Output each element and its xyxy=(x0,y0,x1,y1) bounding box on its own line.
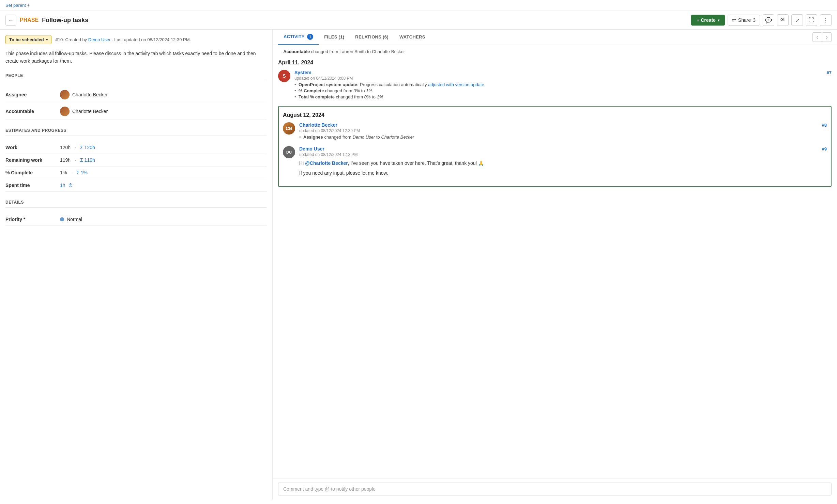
change-bold-1: OpenProject system update: xyxy=(299,82,359,87)
estimates-section-title: ESTIMATES AND PROGRESS xyxy=(5,128,267,133)
tab-watchers-label: WATCHERS xyxy=(399,34,425,40)
charlotte-author: Charlotte Becker xyxy=(299,122,337,128)
description: This phase includes all follow-up tasks.… xyxy=(5,50,267,65)
assignee-avatar xyxy=(60,90,70,99)
activity-item-demo: DU Demo User updated on 08/12/2024 1:13 … xyxy=(283,146,827,177)
system-activity-header: System updated on 04/11/2024 3:08 PM #7 xyxy=(294,70,832,81)
comment-box: Comment and type @ to notify other peopl… xyxy=(273,478,837,500)
priority-row: Priority * Normal xyxy=(5,213,267,226)
main-container: To be scheduled ▾ #10: Created by Demo U… xyxy=(0,30,837,500)
tab-activity-badge: 1 xyxy=(307,34,313,40)
work-sep: · xyxy=(75,145,76,150)
meta-text2: . Last updated on 08/12/2024 12:39 PM. xyxy=(112,37,191,42)
spent-hours[interactable]: 1h xyxy=(60,183,65,188)
work-value: 120h · Σ 120h xyxy=(60,145,95,150)
tab-watchers[interactable]: WATCHERS xyxy=(394,30,431,44)
mention-charlotte: @Charlotte Becker xyxy=(305,160,348,166)
work-hours: 120h xyxy=(60,145,71,150)
comment-icon-button[interactable]: 💬 xyxy=(763,14,774,26)
share-count: 3 xyxy=(753,17,756,23)
remaining-row: Remaining work 119h · Σ 119h xyxy=(5,154,267,167)
back-button[interactable]: ← xyxy=(5,15,16,26)
spent-value: 1h ⏱ xyxy=(60,183,73,188)
charlotte-time: updated on 08/12/2024 12:39 PM xyxy=(299,128,360,133)
charlotte-activity-body: Charlotte Becker updated on 08/12/2024 1… xyxy=(299,122,827,141)
complete-row: % Complete 1% · Σ 1% xyxy=(5,167,267,179)
demo-ref[interactable]: #9 xyxy=(822,146,827,152)
people-section-title: PEOPLE xyxy=(5,73,267,78)
priority-label: Priority * xyxy=(5,217,60,222)
tab-activity[interactable]: ACTIVITY 1 xyxy=(278,30,319,45)
complete-label: % Complete xyxy=(5,170,60,175)
change-link-1[interactable]: adjusted with version update. xyxy=(428,82,485,87)
complete-value: 1% · Σ 1% xyxy=(60,170,88,175)
priority-dot xyxy=(60,217,64,221)
share2-icon-button[interactable]: ⤢ xyxy=(791,14,803,26)
tab-next-button[interactable]: › xyxy=(822,32,832,42)
status-bar: To be scheduled ▾ #10: Created by Demo U… xyxy=(5,35,267,44)
phase-label: PHASE xyxy=(20,17,39,23)
page-title: Follow-up tasks xyxy=(42,17,88,24)
create-button[interactable]: + Create ▾ xyxy=(691,15,725,26)
demo-author: Demo User xyxy=(299,146,324,152)
demo-comment-2: If you need any input, please let me kno… xyxy=(299,170,827,177)
tab-activity-label: ACTIVITY xyxy=(284,34,304,39)
tab-prev-button[interactable]: ‹ xyxy=(812,32,822,42)
activity-item-charlotte: CB Charlotte Becker updated on 08/12/202… xyxy=(283,122,827,141)
more-icon-button[interactable]: ⋮ xyxy=(820,14,832,26)
system-activity-body: System updated on 04/11/2024 3:08 PM #7 … xyxy=(294,70,832,100)
tab-files-label: FILES (1) xyxy=(324,34,344,40)
status-label: To be scheduled xyxy=(9,37,44,42)
left-panel: To be scheduled ▾ #10: Created by Demo U… xyxy=(0,30,273,500)
priority-value: Normal xyxy=(60,217,82,222)
tab-relations[interactable]: RELATIONS (6) xyxy=(350,30,394,44)
remaining-label: Remaining work xyxy=(5,157,60,163)
remaining-sigma[interactable]: Σ 119h xyxy=(80,157,95,163)
system-ref[interactable]: #7 xyxy=(827,70,832,75)
system-author: System xyxy=(294,70,311,75)
charlotte-author-group: Charlotte Becker updated on 08/12/2024 1… xyxy=(299,122,360,133)
create-dropdown-arrow: ▾ xyxy=(718,18,719,22)
accountable-avatar xyxy=(60,107,70,116)
change-openproject: OpenProject system update: Progress calc… xyxy=(294,82,832,87)
eye-icon-button[interactable]: 👁 xyxy=(777,14,789,26)
work-row: Work 120h · Σ 120h xyxy=(5,141,267,154)
header-right: + Create ▾ ⇄ Share 3 💬 👁 ⤢ ⛶ ⋮ xyxy=(691,14,832,26)
change-bold-3: Total % complete xyxy=(299,94,335,99)
meta-info: #10: Created by Demo User . Last updated… xyxy=(56,37,191,42)
comment-input[interactable]: Comment and type @ to notify other peopl… xyxy=(278,483,832,495)
change-assignee: Assignee changed from Demo User to Charl… xyxy=(299,135,827,140)
details-section-title: DETAILS xyxy=(5,200,267,205)
assignee-avatar-img xyxy=(60,90,70,99)
share-label: Share xyxy=(738,17,751,23)
system-changes: OpenProject system update: Progress calc… xyxy=(294,82,832,99)
complete-sep: · xyxy=(71,170,72,175)
charlotte-avatar-initials: CB xyxy=(286,126,292,131)
share-button[interactable]: ⇄ Share 3 xyxy=(728,15,760,26)
activity-panel: · Accountable changed from Lauren Smith … xyxy=(273,45,837,478)
remaining-value: 119h · Σ 119h xyxy=(60,157,95,163)
create-label: + Create xyxy=(697,17,716,23)
author-link[interactable]: Demo User xyxy=(88,37,111,42)
complete-sigma[interactable]: Σ 1% xyxy=(76,170,88,175)
system-author-group: System updated on 04/11/2024 3:08 PM xyxy=(294,70,353,81)
old-activity-entry: · Accountable changed from Lauren Smith … xyxy=(278,49,832,54)
page-header: ← PHASE Follow-up tasks + Create ▾ ⇄ Sha… xyxy=(0,11,837,30)
people-divider xyxy=(5,81,267,81)
work-sigma[interactable]: Σ 120h xyxy=(80,145,95,150)
remaining-sep: · xyxy=(75,157,76,163)
priority-text: Normal xyxy=(67,217,82,222)
demo-time: updated on 08/12/2024 1:13 PM xyxy=(299,152,357,157)
tabs: ACTIVITY 1 FILES (1) RELATIONS (6) WATCH… xyxy=(273,30,837,45)
top-bar: Set parent + xyxy=(0,0,837,11)
highlighted-section: August 12, 2024 CB Charlotte Becker upda… xyxy=(278,106,832,187)
status-badge[interactable]: To be scheduled ▾ xyxy=(5,35,51,44)
tab-files[interactable]: FILES (1) xyxy=(319,30,350,44)
accountable-name: Charlotte Becker xyxy=(72,109,108,114)
charlotte-ref[interactable]: #8 xyxy=(822,123,827,128)
change-bold-2: % Complete xyxy=(299,88,324,93)
assignee-name: Charlotte Becker xyxy=(72,92,108,97)
set-parent-link[interactable]: Set parent + xyxy=(5,3,30,8)
accountable-label: Accountable xyxy=(5,109,60,114)
fullscreen-icon-button[interactable]: ⛶ xyxy=(806,14,817,26)
